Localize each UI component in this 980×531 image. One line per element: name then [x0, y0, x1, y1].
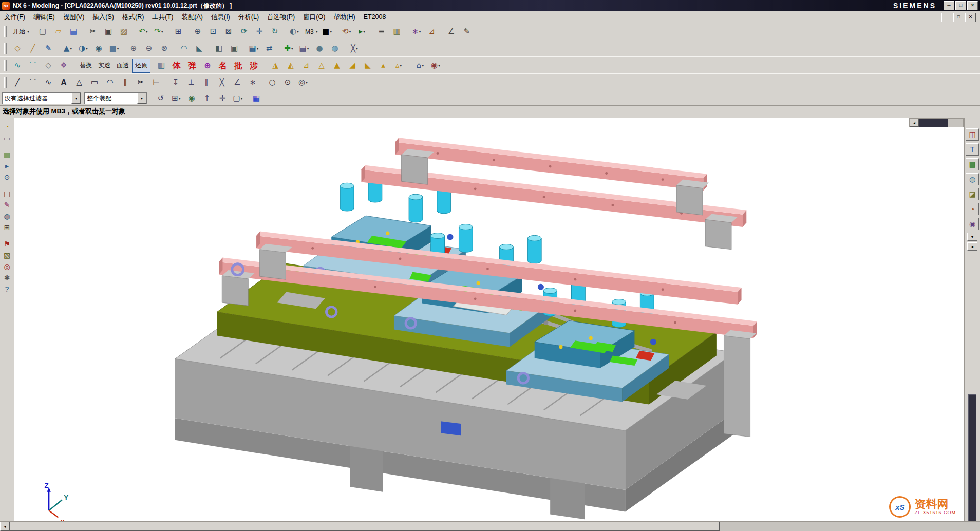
menu-view[interactable]: 视图(V) [59, 12, 89, 23]
cut-icon[interactable]: ✂ [85, 25, 101, 39]
sketch-icon[interactable]: ✎ [41, 42, 56, 56]
batch-char-button[interactable]: 批 [231, 59, 246, 73]
annotation-icon[interactable]: ✎ [459, 25, 475, 39]
layer-category-icon[interactable]: ▥ [389, 25, 405, 39]
solid-translucent-button[interactable]: 实透 [95, 59, 114, 73]
datum-axis-icon[interactable]: ╱ [25, 42, 41, 56]
minimize-button[interactable]: ─ [944, 1, 954, 10]
diamond-tool-icon[interactable]: ◇ [41, 59, 56, 73]
close-button[interactable]: ✕ [967, 1, 978, 10]
window-layout-icon[interactable]: ⊞ [171, 25, 186, 39]
circle-center-icon[interactable]: ⊙ [280, 75, 295, 90]
redo-icon[interactable]: ↷ ▾ [151, 25, 166, 39]
edge-blend-icon[interactable]: ◠ [176, 42, 192, 56]
menu-information[interactable]: 信息(I) [207, 12, 234, 23]
menu-edit[interactable]: 编辑(E) [29, 12, 59, 23]
bridge-curve-icon[interactable]: ⌒ [25, 59, 41, 73]
point-icon[interactable]: ✚ ▾ [281, 42, 296, 56]
resource-collapse-down-icon[interactable]: ▾ [967, 233, 977, 241]
form-tool-9-icon[interactable]: ▵ ▾ [391, 59, 406, 73]
sidebar-box-icon[interactable]: ▧ [2, 250, 13, 261]
body-char-button[interactable]: 体 [169, 59, 184, 73]
mdi-close-button[interactable]: ✕ [965, 13, 976, 22]
form-tool-5-icon[interactable]: ▲ [329, 59, 345, 73]
scroll-left-icon[interactable]: ◂ [0, 522, 10, 531]
hole-icon[interactable]: ◉ [91, 42, 106, 56]
menu-format[interactable]: 格式(R) [118, 12, 148, 23]
cad-model-canvas[interactable]: Z Y X [14, 117, 965, 522]
zoom-window-icon[interactable]: ⊡ [205, 25, 221, 39]
reuse-library-icon[interactable]: ◍ [966, 173, 979, 185]
pan-view-icon[interactable]: ✛ [252, 25, 267, 39]
sidebar-grid-icon[interactable]: ⊞ [2, 222, 13, 233]
die-home-icon[interactable]: ⌂ ▾ [412, 59, 428, 73]
save-icon[interactable]: ▤ [66, 25, 81, 39]
subtract-icon[interactable]: ⊖ [141, 42, 157, 56]
roles-icon[interactable]: ◉ [966, 218, 979, 230]
palette-icon[interactable]: ▦ [249, 91, 264, 105]
expression-icon[interactable]: ╳ ▾ [347, 42, 362, 56]
plane-icon[interactable]: ▤ ▾ [296, 42, 312, 56]
paste-icon[interactable]: ▨ [116, 25, 131, 39]
spline-icon[interactable]: ∿ [41, 75, 56, 90]
selection-scope-grid-icon[interactable]: ⊞ ▾ [168, 91, 184, 105]
parallel-icon[interactable]: ∥ [199, 75, 214, 90]
background-color-swatch[interactable]: ■ ▾ [319, 25, 335, 39]
resource-collapse-left-icon[interactable]: ◂ [967, 242, 977, 251]
sidebar-history-icon[interactable]: ◔ [2, 121, 13, 132]
shaded-display-icon[interactable]: ◐ ▾ [287, 25, 302, 39]
sidebar-palette-icon[interactable]: ▦ [2, 149, 13, 160]
form-tool-8-icon[interactable]: ▴ [375, 59, 391, 73]
refresh-view-icon[interactable]: ↻ [267, 25, 282, 39]
sphere-icon[interactable]: ● [312, 42, 327, 56]
history-palette-icon[interactable]: ◔ [966, 203, 979, 215]
sidebar-globe-icon[interactable]: ◍ [2, 211, 13, 222]
spring-char-button[interactable]: 弹 [184, 59, 200, 73]
target-char-button[interactable]: ⊕ [200, 59, 215, 73]
text-icon[interactable]: A [56, 75, 71, 90]
wade-char-button[interactable]: 涉 [246, 59, 261, 73]
selection-filter-dropdown[interactable]: 没有选择过滤器 ▾ [2, 92, 81, 104]
menu-preferences[interactable]: 首选项(P) [263, 12, 299, 23]
project-curve-icon[interactable]: ↧ [168, 75, 183, 90]
mdi-minimize-button[interactable]: ─ [941, 13, 952, 22]
block-icon[interactable]: ■ ▾ [106, 42, 122, 56]
move-component-icon[interactable]: ❖ [56, 59, 71, 73]
join-curve-icon[interactable]: ∿ [10, 59, 25, 73]
select-up-icon[interactable]: ↑ [199, 91, 215, 105]
vertical-scrollbar-thumb[interactable] [968, 394, 976, 524]
pattern-feature-icon[interactable]: ▦ ▾ [246, 42, 261, 56]
datum-plane-icon[interactable]: ◇ [10, 42, 25, 56]
sidebar-doc-icon[interactable]: ▤ [2, 188, 13, 199]
maximize-button[interactable]: □ [955, 1, 966, 10]
ellipse-icon[interactable]: ◎ ▾ [295, 75, 311, 90]
new-file-icon[interactable]: ▢ [35, 25, 50, 39]
snap-point-icon[interactable]: ∗ ▾ [409, 25, 424, 39]
polygon-icon[interactable]: △ [71, 75, 87, 90]
selection-scope-dropdown[interactable]: 整个装配 ▾ [84, 92, 147, 104]
line-icon[interactable]: ╱ [10, 75, 25, 90]
hd3d-tool-icon[interactable]: ◪ [966, 188, 979, 200]
trim-body-icon[interactable]: ◧ [211, 42, 227, 56]
mirror-feature-icon[interactable]: ⇄ [261, 42, 277, 56]
die-check-icon[interactable]: ◉ ▾ [428, 59, 443, 73]
chamfer-icon[interactable]: ◣ [192, 42, 207, 56]
move-object-icon[interactable]: ⟲ ▾ [339, 25, 354, 39]
sidebar-target-icon[interactable]: ◎ [2, 261, 13, 272]
transform-icon[interactable]: ▸ ▾ [354, 25, 370, 39]
dropdown-arrow-icon[interactable]: ▾ [137, 93, 146, 104]
menu-tools[interactable]: 工具(T) [148, 12, 177, 23]
mdi-restore-button[interactable]: □ [953, 13, 964, 22]
sketch-point-icon[interactable]: ∗ [245, 75, 260, 90]
cross-constraint-icon[interactable]: ╳ [214, 75, 230, 90]
arc-icon[interactable]: ⌒ [25, 75, 41, 90]
fit-view-icon[interactable]: ⊠ [221, 25, 236, 39]
scroll-left-icon[interactable]: ◂ [910, 119, 919, 127]
intersect-icon[interactable]: ⊗ [157, 42, 172, 56]
form-tool-4-icon[interactable]: △ [314, 59, 329, 73]
scrollbar-thumb[interactable] [10, 522, 720, 531]
sidebar-monitor-icon[interactable]: ▭ [2, 132, 13, 144]
sidebar-help-icon[interactable]: ? [2, 283, 13, 295]
extrude-icon[interactable]: ▲ ▾ [60, 42, 76, 56]
menu-file[interactable]: 文件(F) [0, 12, 29, 23]
